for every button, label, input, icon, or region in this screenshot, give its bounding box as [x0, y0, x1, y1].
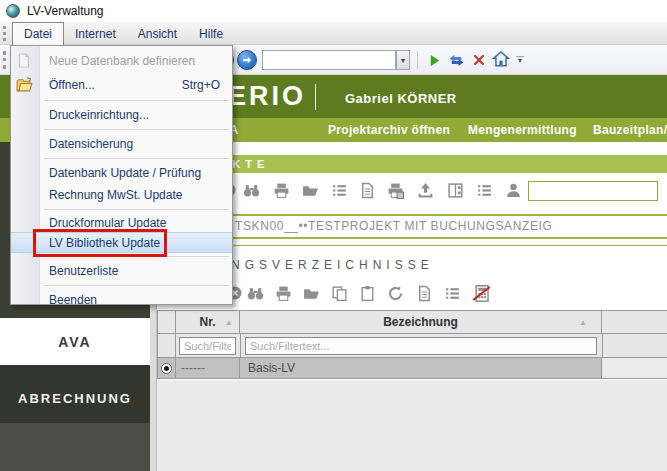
cell-filler: [602, 358, 667, 378]
menu-item-neue-datenbank: Neue Datenbank definieren: [11, 48, 232, 73]
column-header-nr[interactable]: Nr. ▲: [176, 311, 240, 333]
menu-item-datenbank-update[interactable]: Datenbank Update / Prüfung: [11, 162, 232, 184]
project-search-input[interactable]: [528, 181, 658, 201]
refresh-icon[interactable]: [384, 283, 406, 303]
sort-asc-icon[interactable]: ▲: [579, 318, 587, 327]
brand-logo: ERIO: [228, 81, 306, 112]
lv-table-row-basis-lv[interactable]: ------ Basis-LV: [157, 358, 667, 379]
menu-separator: [11, 253, 232, 260]
home-icon[interactable]: [491, 49, 511, 69]
file-menu-dropdown: Neue Datenbank definieren Öffnen... Strg…: [10, 45, 233, 305]
document-icon[interactable]: [413, 283, 435, 303]
content-background: [157, 380, 667, 471]
menu-separator: [11, 155, 232, 162]
bezeichnung-filter-input[interactable]: [245, 337, 597, 355]
projects-section-bar: PROJEKTE: [157, 155, 667, 173]
paste-icon[interactable]: [356, 283, 378, 303]
toolbar-grip-handle[interactable]: [3, 51, 9, 69]
sort-asc-icon[interactable]: ▲: [225, 318, 233, 327]
menu-item-druckformular-update[interactable]: Druckformular Update: [11, 213, 232, 232]
print-icon[interactable]: [270, 180, 292, 200]
menu-shortcut: Strg+O: [182, 78, 224, 92]
menu-separator: [11, 97, 232, 104]
selector-column-header: [158, 311, 176, 333]
menu-ansicht[interactable]: Ansicht: [127, 22, 188, 45]
menu-separator: [11, 282, 232, 289]
sidebar-item-ava[interactable]: AVA: [0, 318, 150, 365]
list-details-icon[interactable]: [441, 283, 463, 303]
go-icon[interactable]: [424, 50, 444, 70]
menubar-grip-handle[interactable]: [3, 26, 9, 41]
user-name: Gabriel KÖRNER: [345, 91, 457, 106]
menu-item-datensicherung[interactable]: Datensicherung: [11, 133, 232, 155]
toolbar-separator: [417, 51, 418, 69]
copy-icon[interactable]: [328, 283, 350, 303]
print-export-icon[interactable]: [384, 180, 406, 200]
lv-verwaltung-window: LV-Verwaltung Datei Internet Ansicht Hil…: [0, 0, 667, 471]
toolbar-overflow-icon[interactable]: —▾: [515, 53, 525, 63]
address-input[interactable]: [262, 50, 396, 70]
menu-datei[interactable]: Datei: [12, 22, 64, 45]
menu-internet[interactable]: Internet: [64, 22, 127, 45]
row-selector-cell[interactable]: [158, 358, 176, 378]
import-icon[interactable]: [414, 180, 436, 200]
menu-item-benutzerliste[interactable]: Benutzerliste: [11, 260, 232, 282]
lv-table-header-row: Nr. ▲ Bezeichnung ▲: [157, 310, 667, 334]
menu-item-oeffnen[interactable]: Öffnen... Strg+O: [11, 73, 232, 97]
open-folder-icon[interactable]: [299, 180, 321, 200]
menu-separator: [11, 126, 232, 133]
menu-item-lv-bibliothek-update[interactable]: LV Bibliothek Update: [11, 232, 232, 253]
user-icon[interactable]: [502, 180, 524, 200]
app-icon: [6, 4, 20, 18]
filler-column-header: [602, 311, 667, 333]
stop-icon[interactable]: [469, 50, 489, 70]
column-header-bezeichnung[interactable]: Bezeichnung ▲: [240, 311, 602, 333]
title-bar[interactable]: LV-Verwaltung: [0, 0, 667, 22]
menu-item-druckeinrichtung[interactable]: Druckeinrichtung...: [11, 104, 232, 126]
sidebar-item-abrechnung[interactable]: ABRECHNUNG: [0, 373, 150, 423]
menu-hilfe[interactable]: Hilfe: [188, 22, 234, 45]
lv-table-filter-row: [157, 334, 667, 358]
forward-icon[interactable]: [237, 50, 257, 70]
page-layout-icon[interactable]: [444, 180, 466, 200]
transfer-icon[interactable]: [446, 50, 466, 70]
chevron-down-icon[interactable]: ▾: [396, 50, 410, 70]
cell-nr[interactable]: ------: [176, 358, 240, 378]
print-icon[interactable]: [272, 283, 294, 303]
green-line: [157, 214, 667, 216]
new-document-icon: [16, 52, 33, 69]
sidebar-footer: [0, 423, 150, 471]
search-binoculars-icon[interactable]: [244, 283, 266, 303]
search-binoculars-icon[interactable]: [240, 180, 262, 200]
open-folder-icon[interactable]: [300, 283, 322, 303]
nav-bauzeitplan[interactable]: Bauzeitplan/: [593, 123, 667, 137]
calculation-off-icon[interactable]: [470, 283, 492, 303]
radio-selected-icon[interactable]: [161, 363, 172, 374]
nr-filter-input[interactable]: [179, 337, 236, 355]
nav-mengenermittlung[interactable]: Mengenermittlung: [468, 123, 577, 137]
document-icon[interactable]: [356, 180, 378, 200]
cell-bezeichnung[interactable]: Basis-LV: [240, 358, 602, 378]
menu-item-rechnung-mwst-update[interactable]: Rechnung MwSt. Update: [11, 184, 232, 206]
selector-filter-cell: [158, 334, 176, 357]
open-folder-icon: [16, 77, 33, 94]
green-line: [157, 237, 667, 239]
green-line: [157, 245, 667, 246]
menu-item-beenden[interactable]: Beenden: [11, 289, 232, 310]
list-icon[interactable]: [328, 180, 350, 200]
selected-project-text[interactable]: TSKN00__••TESTPROJEKT MIT BUCHUNGSANZEIG: [235, 219, 552, 233]
nav-projektarchiv-oeffnen[interactable]: Projektarchiv öffnen: [328, 123, 450, 137]
list-details-icon[interactable]: [473, 180, 495, 200]
menu-separator: [11, 206, 232, 213]
header-divider: [315, 84, 316, 110]
window-title: LV-Verwaltung: [27, 4, 104, 18]
menubar-items: Datei Internet Ansicht Hilfe: [12, 22, 234, 45]
